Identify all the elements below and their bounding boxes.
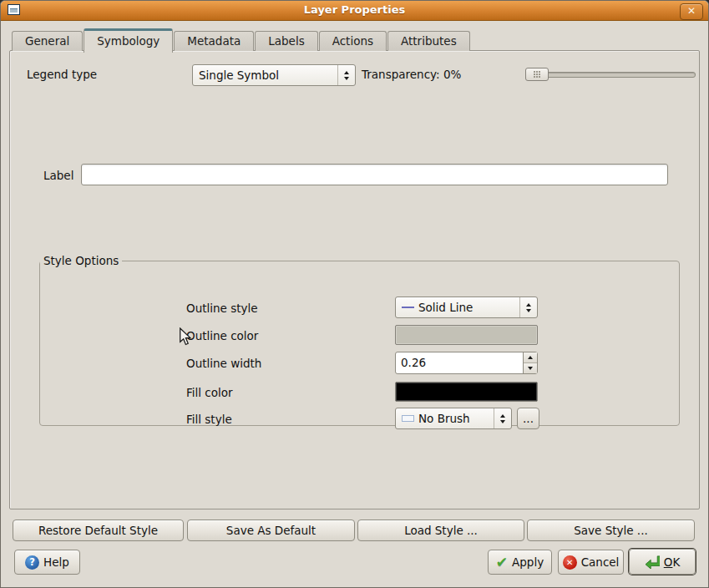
save-style-button[interactable]: Save Style ...	[527, 520, 695, 541]
tab-labels[interactable]: Labels	[255, 31, 317, 51]
save-as-default-button[interactable]: Save As Default	[187, 520, 355, 541]
legend-type-label: Legend type	[27, 68, 97, 81]
fill-color-swatch-button[interactable]	[395, 382, 538, 402]
apply-button[interactable]: ✔ Apply	[488, 550, 552, 575]
legend-type-combo[interactable]: Single Symbol	[192, 64, 356, 86]
label-field-label: Label	[43, 169, 73, 182]
style-options-group: Style Options Outline style Solid Line O…	[39, 254, 680, 426]
tab-bar: General Symbology Metadata Labels Action…	[12, 28, 471, 51]
outline-width-label: Outline width	[186, 357, 261, 370]
transparency-slider-handle[interactable]	[525, 68, 549, 81]
outline-width-spinbox[interactable]: 0.26	[395, 352, 538, 374]
tab-metadata[interactable]: Metadata	[174, 31, 254, 51]
close-icon: ✕	[687, 5, 696, 17]
outline-color-label: Outline color	[186, 329, 258, 342]
outline-style-value: Solid Line	[418, 301, 473, 314]
combo-spinner-icon	[494, 408, 511, 428]
transparency-label: Transparency: 0%	[362, 68, 461, 81]
combo-spinner-icon	[337, 65, 355, 85]
ok-button[interactable]: OK	[629, 549, 696, 575]
outline-color-swatch-button[interactable]	[395, 325, 538, 345]
outline-width-value[interactable]: 0.26	[396, 352, 523, 373]
spin-up-button[interactable]	[524, 352, 537, 363]
no-brush-icon	[402, 415, 414, 422]
tab-general[interactable]: General	[12, 31, 83, 51]
fill-color-label: Fill color	[186, 386, 233, 399]
outline-style-combo[interactable]: Solid Line	[395, 297, 538, 318]
enter-arrow-icon	[645, 555, 660, 569]
load-style-button[interactable]: Load Style ...	[357, 520, 524, 541]
combo-spinner-icon	[519, 297, 537, 317]
titlebar[interactable]: Layer Properties ✕	[1, 1, 708, 21]
tab-actions[interactable]: Actions	[319, 31, 387, 51]
tab-symbology[interactable]: Symbology	[84, 28, 173, 53]
help-icon: ?	[25, 555, 39, 570]
fill-style-value: No Brush	[418, 412, 470, 425]
style-options-title: Style Options	[40, 254, 122, 267]
window-title: Layer Properties	[1, 3, 708, 16]
layer-properties-dialog: Layer Properties ✕ General Symbology Met…	[0, 0, 709, 588]
close-button[interactable]: ✕	[680, 3, 703, 20]
transparency-slider[interactable]	[536, 72, 696, 78]
checkmark-icon: ✔	[496, 555, 508, 570]
label-input[interactable]	[81, 164, 668, 185]
cancel-button[interactable]: ✕ Cancel	[558, 550, 624, 575]
fill-style-browse-button[interactable]: ...	[517, 408, 539, 429]
legend-type-value: Single Symbol	[193, 68, 337, 82]
tab-attributes[interactable]: Attributes	[387, 31, 470, 51]
cancel-x-icon: ✕	[563, 555, 577, 570]
solid-line-icon	[402, 307, 414, 308]
restore-default-style-button[interactable]: Restore Default Style	[13, 520, 184, 541]
fill-style-combo[interactable]: No Brush	[395, 408, 512, 429]
outline-style-label: Outline style	[186, 302, 258, 315]
fill-style-label: Fill style	[186, 413, 232, 426]
help-button[interactable]: ? Help	[14, 550, 80, 575]
symbology-panel: Legend type Single Symbol Transparency: …	[9, 50, 700, 509]
grip-dots-icon	[534, 71, 535, 73]
spin-down-button[interactable]	[524, 363, 537, 373]
